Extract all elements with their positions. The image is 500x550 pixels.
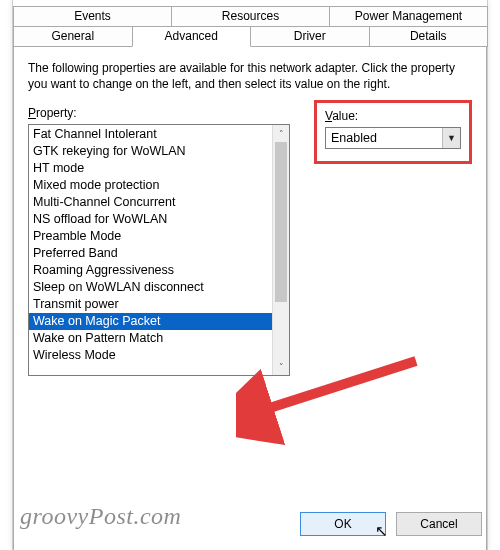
list-item[interactable]: GTK rekeying for WoWLAN [29, 143, 289, 160]
scroll-thumb[interactable] [275, 142, 287, 302]
list-item[interactable]: Transmit power [29, 296, 289, 313]
ok-button[interactable]: OK [300, 512, 386, 536]
scrollbar[interactable]: ˄ ˅ [272, 125, 289, 375]
tab-details[interactable]: Details [369, 26, 489, 47]
tab-power-management[interactable]: Power Management [329, 6, 488, 27]
tab-strip: Events Resources Power Management Genera… [13, 0, 487, 47]
value-highlight-box: Value: Enabled ▼ [314, 100, 472, 164]
cancel-button[interactable]: Cancel [396, 512, 482, 536]
list-item[interactable]: Roaming Aggressiveness [29, 262, 289, 279]
list-item[interactable]: Wake on Magic Packet [29, 313, 289, 330]
dialog-button-row: OK Cancel [300, 512, 482, 536]
property-label: Property: [28, 106, 290, 120]
value-dropdown[interactable]: Enabled ▼ [325, 127, 461, 149]
device-properties-dialog: Events Resources Power Management Genera… [12, 0, 488, 550]
list-item[interactable]: HT mode [29, 160, 289, 177]
list-item[interactable]: Preferred Band [29, 245, 289, 262]
tab-advanced[interactable]: Advanced [132, 26, 252, 47]
list-item[interactable]: Wake on Pattern Match [29, 330, 289, 347]
list-item[interactable]: Sleep on WoWLAN disconnect [29, 279, 289, 296]
tab-general[interactable]: General [13, 26, 133, 47]
list-item[interactable]: Preamble Mode [29, 228, 289, 245]
tab-driver[interactable]: Driver [250, 26, 370, 47]
tab-resources[interactable]: Resources [171, 6, 330, 27]
scroll-track[interactable] [273, 142, 289, 358]
tab-events[interactable]: Events [13, 6, 172, 27]
list-item[interactable]: Wireless Mode [29, 347, 289, 364]
value-label: Value: [325, 109, 461, 123]
tab-panel-advanced: The following properties are available f… [13, 46, 487, 550]
list-item[interactable]: Mixed mode protection [29, 177, 289, 194]
value-dropdown-text: Enabled [326, 131, 442, 145]
property-listbox[interactable]: Fat Channel IntolerantGTK rekeying for W… [28, 124, 290, 376]
intro-text: The following properties are available f… [28, 60, 472, 92]
list-item[interactable]: Multi-Channel Concurrent [29, 194, 289, 211]
chevron-down-icon[interactable]: ▼ [442, 128, 460, 148]
scroll-up-icon[interactable]: ˄ [273, 125, 289, 142]
list-item[interactable]: NS offload for WoWLAN [29, 211, 289, 228]
list-item[interactable]: Fat Channel Intolerant [29, 126, 289, 143]
scroll-down-icon[interactable]: ˅ [273, 358, 289, 375]
